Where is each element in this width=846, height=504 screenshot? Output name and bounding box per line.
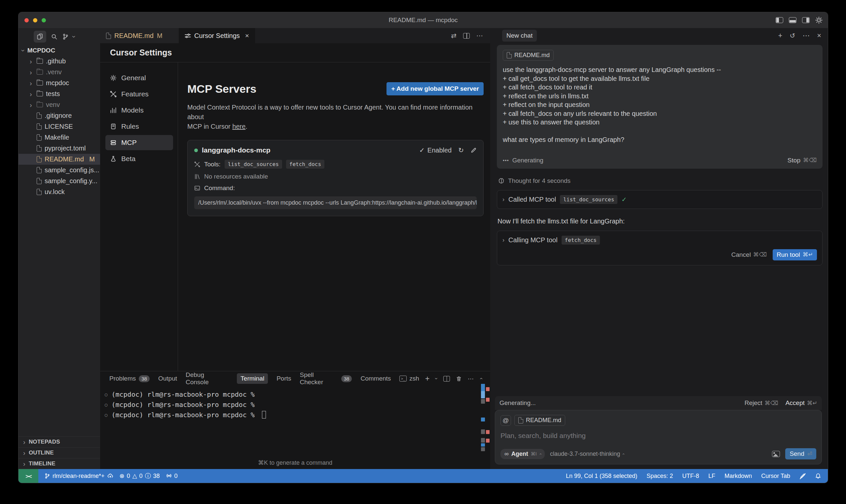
send-button[interactable]: Send⏎: [785, 448, 816, 460]
chat-input-box[interactable]: @ README.md Plan, search, build anything…: [495, 410, 822, 464]
eol-status[interactable]: LF: [708, 473, 715, 480]
panel-tab-ports[interactable]: Ports: [276, 375, 291, 382]
explorer-view-icon[interactable]: [34, 31, 46, 42]
cursor-position-status[interactable]: Ln 99, Col 1 (358 selected): [566, 473, 637, 480]
settings-nav-models[interactable]: Models: [105, 103, 173, 118]
tree-item-file[interactable]: sample_config.y...: [18, 176, 100, 186]
chat-history-icon[interactable]: ↺: [790, 32, 795, 40]
add-mcp-server-button[interactable]: + Add new global MCP server: [386, 82, 484, 95]
refresh-server-icon[interactable]: ↻: [458, 146, 464, 154]
sidebar-section-outline[interactable]: ›OUTLINE: [18, 447, 100, 458]
edit-disabled-icon[interactable]: [799, 473, 806, 479]
edit-server-icon[interactable]: [470, 147, 477, 154]
remote-indicator[interactable]: ><: [18, 469, 38, 483]
tree-item-file[interactable]: LICENSE: [18, 121, 100, 132]
encoding-status[interactable]: UTF-8: [682, 473, 699, 480]
settings-nav-beta[interactable]: Beta: [105, 151, 173, 166]
attach-image-icon[interactable]: [772, 451, 780, 457]
tool-chip[interactable]: list_doc_sources: [225, 160, 282, 169]
toggle-primary-sidebar-icon[interactable]: [776, 17, 783, 23]
tab-cursor-settings[interactable]: Cursor Settings ×: [179, 28, 255, 43]
chat-more-icon[interactable]: ⋯: [802, 31, 810, 40]
thought-duration[interactable]: Thought for 4 seconds: [498, 177, 828, 184]
tree-item-folder[interactable]: ›.github: [18, 56, 100, 67]
sidebar-section-notepads[interactable]: ›NOTEPADS: [18, 436, 100, 447]
source-control-icon[interactable]: [62, 33, 69, 40]
tree-item-folder[interactable]: ›.venv: [18, 67, 100, 77]
kill-terminal-icon[interactable]: [456, 376, 462, 382]
split-editor-icon[interactable]: [463, 33, 470, 39]
settings-gear-icon[interactable]: [815, 17, 823, 24]
panel-tab-comments[interactable]: Comments: [360, 375, 391, 382]
shell-selector[interactable]: >_ zsh: [399, 375, 419, 382]
sidebar-section-timeline[interactable]: ›TIMELINE: [18, 458, 100, 469]
settings-nav-general[interactable]: General: [105, 70, 173, 86]
reject-button[interactable]: Reject⌘⌫: [745, 399, 778, 407]
panel-tab-problems[interactable]: Problems38: [109, 375, 150, 382]
problems-status[interactable]: ⊗0 △0 ⓘ38: [120, 472, 160, 480]
agent-mode-selector[interactable]: ∞ Agent ⌘I ›: [500, 449, 545, 459]
settings-nav-features[interactable]: Features: [105, 87, 173, 102]
context-file-pill[interactable]: README.md: [514, 415, 565, 426]
cancel-tool-button[interactable]: Cancel⌘⌫: [731, 251, 767, 258]
tree-item-file[interactable]: .gitignore: [18, 110, 100, 121]
chat-tab-new-chat[interactable]: New chat: [502, 30, 537, 41]
chat-input-placeholder[interactable]: Plan, search, build anything: [500, 432, 816, 439]
terminal-more-actions-icon[interactable]: ⋯: [468, 375, 474, 382]
search-icon[interactable]: [51, 33, 57, 40]
settings-nav-mcp[interactable]: MCP: [105, 135, 173, 150]
tree-item-file[interactable]: Makefile: [18, 132, 100, 143]
mcp-docs-link[interactable]: here: [232, 123, 245, 130]
tool-chip[interactable]: fetch_docs: [286, 160, 324, 169]
more-views-chevron-icon[interactable]: ›: [71, 36, 77, 38]
close-tab-icon[interactable]: ×: [245, 32, 249, 40]
close-window-button[interactable]: [24, 18, 29, 22]
new-terminal-icon[interactable]: +: [425, 374, 429, 383]
expand-chevron-icon[interactable]: ›: [502, 196, 504, 202]
add-context-button[interactable]: @: [500, 415, 511, 426]
mcp-description: Model Context Protocol is a way to offer…: [187, 103, 478, 131]
explorer-root-row[interactable]: › MCPDOC: [18, 45, 100, 56]
notifications-bell-icon[interactable]: [815, 473, 821, 479]
settings-nav-rules[interactable]: Rules: [105, 119, 173, 134]
command-decoration-icon: ○: [105, 412, 107, 417]
indentation-status[interactable]: Spaces: 2: [646, 473, 673, 480]
editor-more-actions-icon[interactable]: ⋯: [476, 32, 483, 40]
tree-item-folder[interactable]: ›tests: [18, 88, 100, 100]
tree-item-folder[interactable]: ›mcpdoc: [18, 77, 100, 88]
panel-tab-spell-checker[interactable]: Spell Checker38: [300, 371, 352, 386]
tab-readme[interactable]: README.md M: [100, 28, 179, 43]
tree-item-file[interactable]: pyproject.toml: [18, 143, 100, 154]
close-chat-icon[interactable]: ×: [817, 31, 821, 40]
minimize-window-button[interactable]: [33, 18, 37, 22]
cursor-tab-status[interactable]: Cursor Tab: [761, 473, 790, 480]
sync-cloud-icon[interactable]: [107, 473, 114, 479]
panel-tab-debug-console[interactable]: Debug Console: [186, 371, 228, 386]
tree-item-file[interactable]: uv.lock: [18, 186, 100, 197]
tree-item-file[interactable]: sample_config.js...: [18, 165, 100, 176]
stop-button[interactable]: Stop⌘⌫: [788, 157, 817, 164]
zoom-window-button[interactable]: [41, 18, 46, 22]
accept-button[interactable]: Accept⌘↵: [785, 399, 817, 407]
terminal-body[interactable]: ○(mcpdoc) rlm@rs-macbook-pro mcpdoc % ○(…: [100, 386, 490, 420]
context-file-pill[interactable]: README.md: [503, 50, 554, 61]
tree-item-folder[interactable]: ›venv: [18, 100, 100, 110]
new-chat-icon[interactable]: +: [778, 31, 782, 40]
git-branch-status[interactable]: rlm/clean-readme*+: [44, 473, 114, 480]
split-terminal-icon[interactable]: [443, 376, 450, 381]
toggle-panel-icon[interactable]: [789, 17, 796, 23]
server-enabled-toggle[interactable]: ✓Enabled: [419, 146, 452, 154]
command-input[interactable]: /Users/rlm/.local/bin/uvx --from mcpdoc …: [194, 196, 477, 209]
tree-item-file-selected[interactable]: README.mdM: [18, 154, 100, 165]
terminal-dropdown-chevron-icon[interactable]: ›: [434, 378, 439, 379]
called-tool-card[interactable]: › Called MCP tool list_doc_sources ✓: [497, 190, 823, 209]
toggle-secondary-sidebar-icon[interactable]: [802, 17, 810, 23]
language-mode-status[interactable]: Markdown: [724, 473, 752, 480]
expand-chevron-icon[interactable]: ›: [502, 237, 504, 243]
run-tool-button[interactable]: Run tool⌘↵: [773, 249, 817, 260]
panel-tab-terminal[interactable]: Terminal: [237, 373, 268, 384]
compare-changes-icon[interactable]: ⇄: [451, 32, 456, 40]
panel-tab-output[interactable]: Output: [158, 375, 177, 382]
ports-status[interactable]: 0: [166, 473, 178, 480]
model-selector[interactable]: claude-3.7-sonnet-thinking ›: [550, 451, 624, 457]
